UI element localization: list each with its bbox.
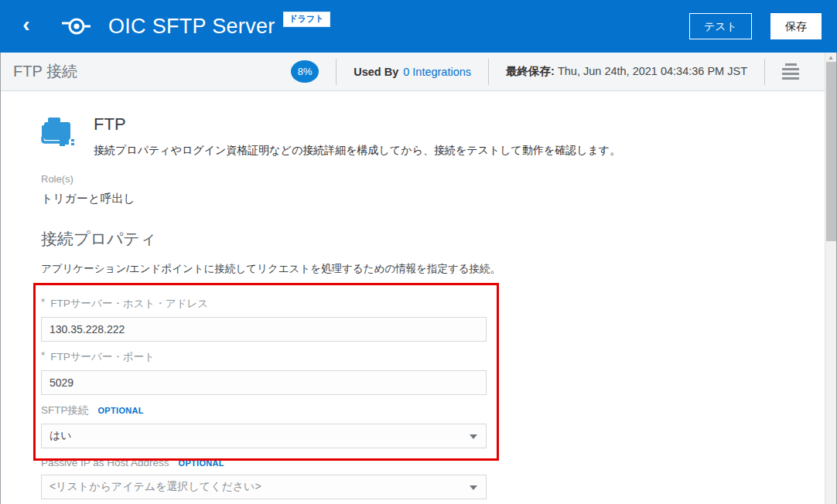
field-label: Passive IP as Host Address OPTIONAL <box>41 457 487 468</box>
app-header: ‹ OIC SFTP Server ドラフト テスト 保存 <box>0 0 837 53</box>
used-by-status: Used By0 Integrations <box>354 66 471 78</box>
used-by-link[interactable]: 0 Integrations <box>403 66 471 78</box>
field-sftp-connection: SFTP接続 OPTIONAL はい <box>41 395 487 448</box>
divider <box>336 59 337 85</box>
ftp-host-address-input[interactable] <box>41 317 487 342</box>
test-button[interactable]: テスト <box>689 13 752 40</box>
connection-properties-form: * FTPサーバー・ホスト・アドレス * FTPサーバー・ポート SFTP接続 … <box>41 288 487 499</box>
field-passive-ip: Passive IP as Host Address OPTIONAL <リスト… <box>41 448 487 499</box>
adapter-description: 接続プロパティやログイン資格証明などの接続詳細を構成してから、接続をテストして動… <box>94 144 620 158</box>
page-title: OIC SFTP Server <box>108 15 275 39</box>
connection-toolbar: FTP 接続 8% Used By0 Integrations 最終保存: Th… <box>1 53 836 91</box>
last-saved-value: Thu, Jun 24th, 2021 04:34:36 PM JST <box>558 65 747 77</box>
optional-badge: OPTIONAL <box>179 458 224 468</box>
vertical-scrollbar[interactable]: ▲ <box>825 53 836 504</box>
back-button[interactable]: ‹ <box>15 14 37 36</box>
chevron-down-icon <box>470 434 477 439</box>
divider <box>488 59 489 85</box>
ftp-adapter-icon <box>41 116 77 152</box>
required-marker: * <box>41 296 45 308</box>
progress-badge: 8% <box>291 60 319 83</box>
roles-label: Role(s) <box>41 173 836 185</box>
required-marker: * <box>41 349 45 361</box>
menu-icon[interactable] <box>782 63 799 81</box>
page-body: FTP 接続 8% Used By0 Integrations 最終保存: Th… <box>0 53 837 504</box>
chevron-down-icon <box>470 485 477 490</box>
ftp-port-input[interactable] <box>41 370 487 395</box>
used-by-label: Used By <box>354 66 398 78</box>
passive-ip-select[interactable]: <リストからアイテムを選択してください> <box>41 475 487 499</box>
save-button[interactable]: 保存 <box>770 13 822 40</box>
last-saved-label: 最終保存: <box>506 65 555 77</box>
status-badge: ドラフト <box>283 12 330 27</box>
connection-logo-icon <box>60 16 91 36</box>
field-label: * FTPサーバー・ホスト・アドレス <box>41 297 487 311</box>
section-description: アプリケーション/エンドポイントに接続してリクエストを処理するための情報を指定す… <box>41 262 836 276</box>
connection-detail-panel: FTP 接続プロパティやログイン資格証明などの接続詳細を構成してから、接続をテス… <box>1 91 836 499</box>
field-ftp-host-address: * FTPサーバー・ホスト・アドレス <box>41 288 487 342</box>
connection-type-label: FTP 接続 <box>13 61 77 82</box>
field-label: SFTP接続 OPTIONAL <box>41 404 487 417</box>
sftp-connection-select[interactable]: はい <box>41 424 487 448</box>
adapter-name: FTP <box>94 114 620 135</box>
last-saved-status: 最終保存: Thu, Jun 24th, 2021 04:34:36 PM JS… <box>506 64 747 79</box>
divider <box>764 59 765 85</box>
optional-badge: OPTIONAL <box>98 406 144 415</box>
roles-value: トリガーと呼出し <box>41 192 836 206</box>
field-label: * FTPサーバー・ポート <box>41 350 487 364</box>
scrollbar-thumb[interactable] <box>826 62 836 241</box>
field-ftp-port: * FTPサーバー・ポート <box>41 342 487 395</box>
section-title-connection-properties: 接続プロパティ <box>41 228 836 250</box>
header-actions: テスト 保存 <box>689 13 822 40</box>
